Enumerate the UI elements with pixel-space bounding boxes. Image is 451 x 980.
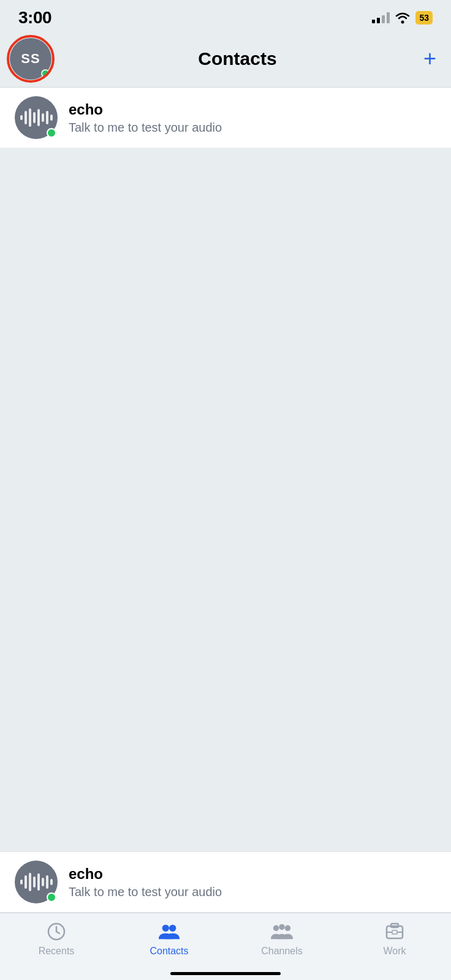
tab-work-label: Work bbox=[383, 946, 406, 957]
bottom-waveform-icon bbox=[20, 873, 53, 891]
svg-point-7 bbox=[279, 924, 284, 930]
home-indicator bbox=[170, 972, 281, 975]
svg-line-3 bbox=[56, 932, 59, 933]
tab-contacts[interactable]: Contacts bbox=[113, 921, 226, 957]
signal-icon bbox=[372, 12, 390, 23]
tab-contacts-label: Contacts bbox=[150, 946, 188, 957]
tab-channels[interactable]: Channels bbox=[226, 921, 338, 957]
contacts-list: echo Talk to me to test your audio bbox=[0, 88, 451, 148]
status-bar: 3:00 53 bbox=[0, 0, 451, 33]
svg-point-5 bbox=[169, 925, 176, 932]
status-icons: 53 bbox=[372, 11, 433, 24]
page-title: Contacts bbox=[198, 48, 276, 69]
svg-point-4 bbox=[162, 925, 169, 932]
status-time: 3:00 bbox=[18, 8, 51, 28]
work-icon bbox=[384, 921, 406, 943]
bottom-contact-avatar bbox=[15, 861, 58, 903]
battery-indicator: 53 bbox=[415, 11, 433, 24]
svg-point-6 bbox=[273, 925, 279, 931]
contact-subtitle: Talk to me to test your audio bbox=[69, 121, 436, 135]
svg-point-8 bbox=[285, 925, 290, 931]
bottom-contact-online-status bbox=[47, 892, 56, 902]
main-content bbox=[0, 148, 451, 859]
profile-avatar-wrapper[interactable]: SS bbox=[10, 38, 51, 80]
tab-recents-label: Recents bbox=[39, 946, 75, 957]
add-contact-button[interactable]: + bbox=[423, 48, 436, 70]
contact-avatar-echo bbox=[15, 96, 58, 139]
avatar-ring bbox=[7, 35, 55, 83]
tab-bar: Recents Contacts bbox=[0, 913, 451, 980]
bottom-contact-info: echo Talk to me to test your audio bbox=[69, 865, 436, 899]
bottom-contact-preview[interactable]: echo Talk to me to test your audio bbox=[0, 851, 451, 913]
bottom-contact-subtitle: Talk to me to test your audio bbox=[69, 885, 436, 899]
contact-online-status bbox=[47, 128, 56, 138]
contacts-icon bbox=[158, 921, 180, 943]
header: SS Contacts + bbox=[0, 33, 451, 88]
wifi-icon bbox=[395, 12, 411, 24]
contact-info-echo: echo Talk to me to test your audio bbox=[69, 101, 436, 135]
recents-icon bbox=[45, 921, 67, 943]
tab-channels-label: Channels bbox=[261, 946, 303, 957]
svg-point-0 bbox=[401, 21, 404, 24]
contact-item-echo[interactable]: echo Talk to me to test your audio bbox=[0, 88, 451, 148]
tab-recents[interactable]: Recents bbox=[0, 921, 113, 957]
svg-rect-12 bbox=[392, 930, 397, 934]
contact-name: echo bbox=[69, 101, 436, 118]
battery-level: 53 bbox=[419, 13, 429, 23]
waveform-icon bbox=[20, 108, 53, 127]
tab-work[interactable]: Work bbox=[338, 921, 451, 957]
bottom-contact-name: echo bbox=[69, 865, 436, 883]
channels-icon bbox=[271, 921, 293, 943]
